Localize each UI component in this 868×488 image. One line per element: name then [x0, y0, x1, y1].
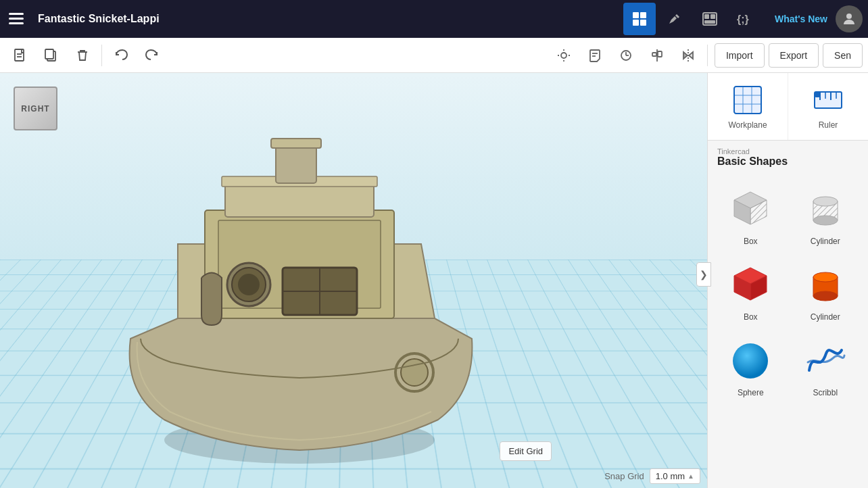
shapes-grid: Box	[708, 172, 868, 410]
whats-new-button[interactable]: What's New	[767, 14, 836, 24]
align-button[interactable]	[642, 41, 672, 70]
shape-cylinder-orange[interactable]: Cylinder	[788, 253, 863, 328]
snap-grid-bar: Snap Grid 1.0 mm ▲	[604, 468, 700, 484]
cylinder-gray-label: Cylinder	[811, 237, 840, 246]
ruler-icon	[812, 84, 844, 116]
svg-rect-29	[652, 53, 656, 56]
ruler-label: Ruler	[819, 120, 838, 130]
svg-point-75	[733, 343, 768, 379]
redo-button[interactable]	[137, 41, 167, 70]
shapes-brand: Tinkercad	[717, 147, 859, 155]
svg-point-74	[813, 272, 838, 282]
shape-scribble[interactable]: Scribbl	[788, 328, 863, 404]
svg-rect-13	[15, 49, 24, 61]
svg-rect-17	[45, 49, 53, 59]
undo-button[interactable]	[106, 41, 136, 70]
svg-rect-60	[815, 92, 820, 97]
build-button[interactable]	[658, 3, 691, 35]
shape-box-red[interactable]: Box	[713, 253, 788, 328]
svg-point-18	[561, 53, 566, 58]
shape-cylinder-gray[interactable]: Cylinder	[788, 177, 863, 253]
panel-header: Workplane Ruler	[708, 73, 868, 141]
shapes-panel: Tinkercad Basic Shapes	[708, 141, 868, 488]
snap-chevron-icon: ▲	[688, 472, 694, 480]
snap-grid-label: Snap Grid	[604, 471, 644, 481]
import-button[interactable]: Import	[715, 43, 765, 68]
ruler-tool[interactable]: Ruler	[788, 73, 868, 140]
3d-viewport[interactable]: RIGHT	[0, 73, 707, 488]
svg-rect-49	[734, 87, 761, 114]
box-red-label: Box	[744, 312, 758, 322]
svg-rect-9	[710, 14, 715, 19]
svg-text:{;}: {;}	[737, 14, 749, 25]
svg-point-67	[813, 216, 838, 225]
svg-rect-3	[633, 12, 639, 18]
menu-icon[interactable]	[0, 0, 32, 38]
main-area: RIGHT	[0, 73, 868, 488]
shape-box-gray[interactable]: Box	[713, 177, 788, 253]
shapes-header: Tinkercad Basic Shapes	[708, 141, 868, 172]
svg-rect-4	[640, 12, 646, 18]
boat-model	[70, 122, 543, 474]
svg-rect-46	[271, 139, 321, 148]
svg-rect-6	[640, 20, 646, 26]
shape-sphere-blue[interactable]: Sphere	[713, 328, 788, 404]
svg-rect-30	[658, 51, 662, 57]
svg-rect-1	[9, 18, 24, 20]
user-avatar-button[interactable]	[836, 5, 863, 32]
cylinder-orange-icon	[801, 260, 850, 308]
measure-button[interactable]	[611, 41, 641, 70]
toolbar: Import Export Sen	[0, 38, 868, 73]
svg-point-68	[813, 197, 838, 206]
box-red-icon	[726, 260, 775, 308]
mirror-button[interactable]	[673, 41, 703, 70]
edit-grid-button[interactable]: Edit Grid	[500, 441, 552, 461]
cylinder-gray-icon	[801, 184, 850, 233]
box-gray-label: Box	[744, 237, 758, 246]
svg-marker-32	[683, 52, 688, 59]
workplane-label: Workplane	[728, 120, 767, 130]
cube-face-right[interactable]: RIGHT	[14, 87, 57, 130]
project-title: Fantastic Snicket-Lappi	[32, 13, 623, 25]
svg-rect-0	[9, 13, 24, 15]
svg-point-12	[846, 14, 852, 19]
sphere-blue-label: Sphere	[738, 388, 764, 397]
light-button[interactable]	[549, 41, 579, 70]
scribble-icon	[801, 335, 850, 384]
note-button[interactable]	[580, 41, 610, 70]
grid-view-button[interactable]	[623, 3, 656, 35]
svg-point-39	[238, 274, 260, 295]
snap-grid-value-button[interactable]: 1.0 mm ▲	[650, 468, 700, 484]
box-gray-icon	[726, 184, 775, 233]
separator-2	[707, 45, 708, 66]
nav-icons: {;}	[623, 3, 761, 35]
gallery-button[interactable]	[694, 3, 726, 35]
workplane-tool[interactable]: Workplane	[708, 73, 788, 140]
top-navigation: Fantastic Snicket-Lappi	[0, 0, 868, 38]
sphere-blue-icon	[726, 335, 775, 384]
scribble-label: Scribbl	[813, 388, 838, 397]
duplicate-button[interactable]	[37, 41, 66, 70]
export-button[interactable]: Export	[769, 43, 819, 68]
delete-button[interactable]	[68, 41, 97, 70]
workplane-icon	[731, 84, 764, 116]
code-button[interactable]: {;}	[729, 3, 761, 35]
send-button[interactable]: Sen	[823, 43, 863, 68]
svg-rect-10	[704, 20, 715, 24]
panel-collapse-button[interactable]: ❯	[696, 262, 711, 287]
right-panel: Workplane Ruler	[707, 73, 868, 488]
svg-rect-8	[704, 14, 709, 19]
cylinder-orange-label: Cylinder	[811, 312, 840, 322]
svg-rect-5	[633, 20, 639, 26]
new-design-button[interactable]	[5, 41, 35, 70]
view-cube[interactable]: RIGHT	[14, 87, 57, 130]
svg-point-73	[813, 291, 838, 301]
shapes-title: Basic Shapes	[717, 155, 859, 168]
svg-marker-33	[689, 52, 693, 59]
separator-1	[101, 45, 102, 66]
svg-rect-2	[9, 22, 24, 24]
